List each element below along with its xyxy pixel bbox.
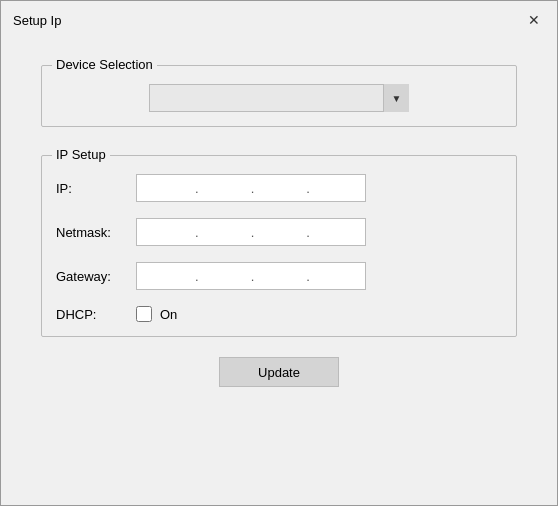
gateway-octet-3[interactable] [256,269,304,284]
netmask-octet-4[interactable] [312,225,360,240]
gateway-input-group: . . . [136,262,366,290]
gateway-label: Gateway: [56,269,136,284]
window-title: Setup Ip [13,13,61,28]
device-selection-box: ▼ [56,84,502,112]
ip-octet-2[interactable] [201,181,249,196]
title-bar: Setup Ip ✕ [1,1,557,39]
dhcp-on-label: On [160,307,177,322]
ip-octet-4[interactable] [312,181,360,196]
dhcp-checkbox[interactable] [136,306,152,322]
footer: Update [41,349,517,403]
netmask-dot-1: . [195,225,199,240]
netmask-octet-1[interactable] [145,225,193,240]
ip-setup-label: IP Setup [52,147,110,162]
netmask-input-group: . . . [136,218,366,246]
netmask-field-row: Netmask: . . . [56,218,502,246]
ip-label: IP: [56,181,136,196]
gateway-dot-1: . [195,269,199,284]
ip-input-group: . . . [136,174,366,202]
gateway-octet-4[interactable] [312,269,360,284]
window-body: Device Selection ▼ IP Setup IP: [1,39,557,505]
ip-field-row: IP: . . . [56,174,502,202]
dhcp-label: DHCP: [56,307,136,322]
ip-dot-3: . [306,181,310,196]
ip-dot-1: . [195,181,199,196]
gateway-dot-2: . [251,269,255,284]
setup-ip-window: Setup Ip ✕ Device Selection ▼ IP Setup [0,0,558,506]
ip-dot-2: . [251,181,255,196]
device-dropdown[interactable] [149,84,409,112]
netmask-octet-3[interactable] [256,225,304,240]
ip-setup-box: IP: . . . Netmask: [56,174,502,322]
dhcp-field-row: DHCP: On [56,306,502,322]
device-selection-label: Device Selection [52,57,157,72]
netmask-octet-2[interactable] [201,225,249,240]
dhcp-checkbox-row: On [136,306,177,322]
update-button[interactable]: Update [219,357,339,387]
gateway-octet-1[interactable] [145,269,193,284]
close-button[interactable]: ✕ [523,9,545,31]
device-dropdown-wrapper: ▼ [149,84,409,112]
netmask-dot-3: . [306,225,310,240]
gateway-octet-2[interactable] [201,269,249,284]
netmask-label: Netmask: [56,225,136,240]
gateway-field-row: Gateway: . . . [56,262,502,290]
ip-setup-group: IP Setup IP: . . . [41,155,517,337]
ip-octet-1[interactable] [145,181,193,196]
gateway-dot-3: . [306,269,310,284]
ip-octet-3[interactable] [256,181,304,196]
device-selection-group: Device Selection ▼ [41,65,517,127]
netmask-dot-2: . [251,225,255,240]
